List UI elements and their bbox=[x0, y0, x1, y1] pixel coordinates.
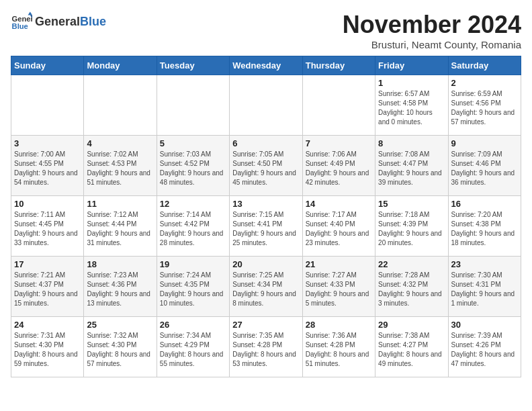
day-number: 21 bbox=[306, 259, 372, 269]
calendar-table: SundayMondayTuesdayWednesdayThursdayFrid… bbox=[11, 56, 521, 377]
day-number: 9 bbox=[451, 138, 518, 148]
day-number: 2 bbox=[451, 78, 518, 88]
header-day-wednesday: Wednesday bbox=[230, 56, 302, 75]
calendar-cell: 10Sunrise: 7:11 AM Sunset: 4:45 PM Dayli… bbox=[11, 196, 84, 257]
day-info: Sunrise: 7:12 AM Sunset: 4:44 PM Dayligh… bbox=[87, 210, 153, 248]
logo-icon: General Blue bbox=[11, 11, 32, 32]
calendar-cell: 8Sunrise: 7:08 AM Sunset: 4:47 PM Daylig… bbox=[375, 136, 448, 196]
day-number: 27 bbox=[232, 320, 299, 330]
calendar-cell bbox=[302, 75, 375, 136]
day-number: 18 bbox=[87, 259, 153, 269]
day-number: 8 bbox=[378, 138, 445, 148]
logo-general-text: General bbox=[35, 15, 80, 29]
calendar-cell: 9Sunrise: 7:09 AM Sunset: 4:46 PM Daylig… bbox=[448, 136, 521, 196]
day-info: Sunrise: 7:11 AM Sunset: 4:45 PM Dayligh… bbox=[14, 210, 81, 248]
logo-blue-text: Blue bbox=[80, 15, 106, 29]
day-number: 29 bbox=[378, 320, 445, 330]
day-info: Sunrise: 7:03 AM Sunset: 4:52 PM Dayligh… bbox=[160, 150, 226, 187]
day-number: 6 bbox=[232, 138, 299, 148]
day-info: Sunrise: 7:38 AM Sunset: 4:27 PM Dayligh… bbox=[378, 331, 445, 369]
day-info: Sunrise: 7:35 AM Sunset: 4:28 PM Dayligh… bbox=[232, 331, 299, 369]
calendar-cell: 18Sunrise: 7:23 AM Sunset: 4:36 PM Dayli… bbox=[84, 257, 157, 317]
calendar-cell: 24Sunrise: 7:31 AM Sunset: 4:30 PM Dayli… bbox=[11, 317, 84, 377]
calendar-cell: 28Sunrise: 7:36 AM Sunset: 4:28 PM Dayli… bbox=[302, 317, 375, 377]
calendar-cell: 16Sunrise: 7:20 AM Sunset: 4:38 PM Dayli… bbox=[448, 196, 521, 257]
calendar-header: SundayMondayTuesdayWednesdayThursdayFrid… bbox=[11, 56, 521, 75]
day-number: 25 bbox=[87, 320, 153, 330]
header-day-thursday: Thursday bbox=[302, 56, 375, 75]
day-number: 14 bbox=[306, 199, 372, 209]
day-number: 5 bbox=[160, 138, 226, 148]
calendar-cell: 15Sunrise: 7:18 AM Sunset: 4:39 PM Dayli… bbox=[375, 196, 448, 257]
day-info: Sunrise: 7:09 AM Sunset: 4:46 PM Dayligh… bbox=[451, 150, 518, 187]
day-number: 13 bbox=[232, 199, 299, 209]
header-day-friday: Friday bbox=[375, 56, 448, 75]
day-number: 30 bbox=[451, 320, 518, 330]
calendar-cell: 23Sunrise: 7:30 AM Sunset: 4:31 PM Dayli… bbox=[448, 257, 521, 317]
day-number: 19 bbox=[160, 259, 226, 269]
calendar-cell: 27Sunrise: 7:35 AM Sunset: 4:28 PM Dayli… bbox=[230, 317, 302, 377]
calendar-cell: 5Sunrise: 7:03 AM Sunset: 4:52 PM Daylig… bbox=[157, 136, 229, 196]
calendar-cell: 12Sunrise: 7:14 AM Sunset: 4:42 PM Dayli… bbox=[157, 196, 229, 257]
week-row-1: 1Sunrise: 6:57 AM Sunset: 4:58 PM Daylig… bbox=[11, 75, 521, 136]
calendar-cell bbox=[11, 75, 84, 136]
day-number: 11 bbox=[87, 199, 153, 209]
day-number: 28 bbox=[306, 320, 372, 330]
week-row-5: 24Sunrise: 7:31 AM Sunset: 4:30 PM Dayli… bbox=[11, 317, 521, 377]
day-number: 4 bbox=[87, 138, 153, 148]
header-row: SundayMondayTuesdayWednesdayThursdayFrid… bbox=[11, 56, 521, 75]
calendar-cell: 17Sunrise: 7:21 AM Sunset: 4:37 PM Dayli… bbox=[11, 257, 84, 317]
logo: General Blue GeneralBlue bbox=[11, 11, 106, 32]
header-day-saturday: Saturday bbox=[448, 56, 521, 75]
calendar-cell: 25Sunrise: 7:32 AM Sunset: 4:30 PM Dayli… bbox=[84, 317, 157, 377]
day-number: 10 bbox=[14, 199, 81, 209]
day-number: 26 bbox=[160, 320, 226, 330]
month-title: November 2024 bbox=[343, 11, 521, 39]
day-info: Sunrise: 7:39 AM Sunset: 4:26 PM Dayligh… bbox=[451, 331, 518, 369]
day-info: Sunrise: 7:08 AM Sunset: 4:47 PM Dayligh… bbox=[378, 150, 445, 187]
day-info: Sunrise: 7:05 AM Sunset: 4:50 PM Dayligh… bbox=[232, 150, 299, 187]
day-info: Sunrise: 6:59 AM Sunset: 4:56 PM Dayligh… bbox=[451, 89, 518, 127]
day-info: Sunrise: 7:24 AM Sunset: 4:35 PM Dayligh… bbox=[160, 271, 226, 308]
calendar-cell bbox=[230, 75, 302, 136]
day-info: Sunrise: 7:15 AM Sunset: 4:41 PM Dayligh… bbox=[232, 210, 299, 248]
day-info: Sunrise: 7:28 AM Sunset: 4:32 PM Dayligh… bbox=[378, 271, 445, 308]
day-info: Sunrise: 6:57 AM Sunset: 4:58 PM Dayligh… bbox=[378, 89, 445, 127]
title-area: November 2024 Brusturi, Neamt County, Ro… bbox=[343, 11, 521, 50]
day-info: Sunrise: 7:30 AM Sunset: 4:31 PM Dayligh… bbox=[451, 271, 518, 308]
day-info: Sunrise: 7:31 AM Sunset: 4:30 PM Dayligh… bbox=[14, 331, 81, 369]
day-number: 12 bbox=[160, 199, 226, 209]
svg-text:General: General bbox=[12, 15, 32, 23]
week-row-3: 10Sunrise: 7:11 AM Sunset: 4:45 PM Dayli… bbox=[11, 196, 521, 257]
calendar-cell: 3Sunrise: 7:00 AM Sunset: 4:55 PM Daylig… bbox=[11, 136, 84, 196]
week-row-2: 3Sunrise: 7:00 AM Sunset: 4:55 PM Daylig… bbox=[11, 136, 521, 196]
day-number: 24 bbox=[14, 320, 81, 330]
calendar-cell: 14Sunrise: 7:17 AM Sunset: 4:40 PM Dayli… bbox=[302, 196, 375, 257]
calendar-cell: 7Sunrise: 7:06 AM Sunset: 4:49 PM Daylig… bbox=[302, 136, 375, 196]
day-info: Sunrise: 7:32 AM Sunset: 4:30 PM Dayligh… bbox=[87, 331, 153, 369]
header: General Blue GeneralBlue November 2024 B… bbox=[11, 11, 521, 50]
day-number: 17 bbox=[14, 259, 81, 269]
header-day-monday: Monday bbox=[84, 56, 157, 75]
day-info: Sunrise: 7:17 AM Sunset: 4:40 PM Dayligh… bbox=[306, 210, 372, 248]
calendar-cell: 1Sunrise: 6:57 AM Sunset: 4:58 PM Daylig… bbox=[375, 75, 448, 136]
day-number: 22 bbox=[378, 259, 445, 269]
svg-marker-2 bbox=[28, 12, 32, 15]
calendar-cell bbox=[157, 75, 229, 136]
calendar-cell bbox=[84, 75, 157, 136]
day-number: 3 bbox=[14, 138, 81, 148]
day-info: Sunrise: 7:34 AM Sunset: 4:29 PM Dayligh… bbox=[160, 331, 226, 369]
calendar-cell: 26Sunrise: 7:34 AM Sunset: 4:29 PM Dayli… bbox=[157, 317, 229, 377]
day-info: Sunrise: 7:21 AM Sunset: 4:37 PM Dayligh… bbox=[14, 271, 81, 308]
calendar-cell: 2Sunrise: 6:59 AM Sunset: 4:56 PM Daylig… bbox=[448, 75, 521, 136]
day-info: Sunrise: 7:20 AM Sunset: 4:38 PM Dayligh… bbox=[451, 210, 518, 248]
calendar-cell: 29Sunrise: 7:38 AM Sunset: 4:27 PM Dayli… bbox=[375, 317, 448, 377]
calendar-cell: 4Sunrise: 7:02 AM Sunset: 4:53 PM Daylig… bbox=[84, 136, 157, 196]
day-info: Sunrise: 7:23 AM Sunset: 4:36 PM Dayligh… bbox=[87, 271, 153, 308]
week-row-4: 17Sunrise: 7:21 AM Sunset: 4:37 PM Dayli… bbox=[11, 257, 521, 317]
svg-text:Blue: Blue bbox=[12, 22, 28, 30]
calendar-cell: 6Sunrise: 7:05 AM Sunset: 4:50 PM Daylig… bbox=[230, 136, 302, 196]
day-number: 16 bbox=[451, 199, 518, 209]
day-number: 20 bbox=[232, 259, 299, 269]
day-number: 15 bbox=[378, 199, 445, 209]
